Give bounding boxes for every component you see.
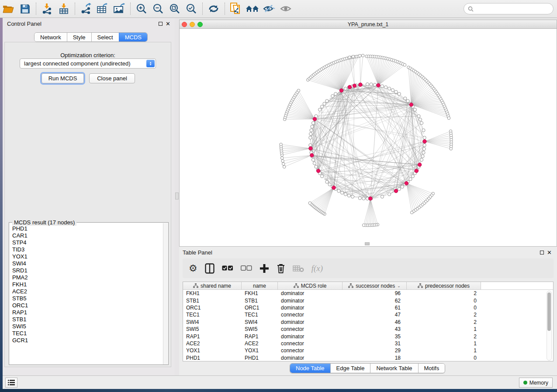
zoom-in-icon[interactable] bbox=[134, 2, 149, 15]
criterion-dropdown[interactable]: largest connected component (undirected)… bbox=[20, 58, 156, 69]
column-header-name[interactable]: name bbox=[242, 282, 278, 289]
splitter-grip[interactable] bbox=[175, 193, 179, 199]
network-graph[interactable] bbox=[180, 29, 557, 246]
mcds-result-item[interactable]: STP4 bbox=[12, 239, 163, 246]
network-canvas[interactable] bbox=[180, 29, 557, 246]
select-all-icon[interactable] bbox=[222, 263, 233, 274]
mcds-result-item[interactable]: PHD1 bbox=[12, 225, 163, 232]
table-scrollbar-thumb[interactable] bbox=[547, 292, 551, 331]
table-row[interactable]: FKH1FKH1dominator962 bbox=[183, 290, 553, 297]
mcds-result-item[interactable]: STB1 bbox=[12, 316, 163, 323]
mcds-result-item[interactable]: YOX1 bbox=[12, 253, 163, 260]
open-file-icon[interactable] bbox=[1, 2, 16, 15]
mcds-result-item[interactable]: SWI5 bbox=[12, 323, 163, 330]
delete-column-icon[interactable] bbox=[277, 263, 285, 274]
tab-network[interactable]: Network bbox=[35, 33, 67, 41]
table-row[interactable]: TEC1TEC1connector472 bbox=[183, 311, 553, 318]
cell-shared-name: RAP1 bbox=[183, 334, 242, 340]
zoom-fit-icon[interactable] bbox=[167, 2, 182, 15]
cell-MCDS-role: dominator bbox=[278, 305, 343, 311]
tab-mcds[interactable]: MCDS bbox=[119, 33, 147, 41]
search-input[interactable] bbox=[476, 6, 553, 12]
table-row[interactable]: SWI5SWI5connector431 bbox=[183, 326, 553, 333]
refresh-icon[interactable] bbox=[206, 2, 221, 15]
desktop-wallpaper-bottom bbox=[0, 389, 557, 392]
cell-successor-nodes: 46 bbox=[343, 319, 407, 325]
mcds-result-item[interactable]: STB5 bbox=[12, 295, 163, 302]
mcds-result-item[interactable]: RAP1 bbox=[12, 309, 163, 316]
clone-network-icon[interactable] bbox=[228, 2, 243, 15]
toolbar-separator bbox=[225, 3, 225, 15]
tab-select[interactable]: Select bbox=[91, 33, 119, 41]
table-row[interactable]: ACE2ACE2connector311 bbox=[183, 340, 553, 347]
deselect-all-icon[interactable] bbox=[241, 263, 252, 274]
mcds-result-item[interactable]: ORC1 bbox=[12, 302, 163, 309]
main-toolbar bbox=[0, 0, 557, 18]
minimize-traffic-light[interactable] bbox=[190, 22, 195, 27]
table-row[interactable]: RAP1RAP1dominator352 bbox=[183, 333, 553, 340]
close-table-panel-icon[interactable]: ✕ bbox=[547, 251, 552, 254]
toolbar-separator bbox=[130, 3, 131, 15]
mcds-list-scrollbar[interactable] bbox=[163, 223, 168, 364]
mcds-result-item[interactable]: CAR1 bbox=[12, 232, 163, 239]
network-window-titlebar[interactable]: YPA_prune.txt_1 bbox=[180, 20, 557, 29]
tab-motifs[interactable]: Motifs bbox=[418, 364, 445, 373]
tab-edge-table[interactable]: Edge Table bbox=[330, 364, 370, 373]
mcds-result-item[interactable]: TEC1 bbox=[12, 330, 163, 337]
mcds-result-item[interactable]: TID3 bbox=[12, 246, 163, 253]
mcds-result-item[interactable]: ACE2 bbox=[12, 288, 163, 295]
column-header-MCDS-role[interactable]: MCDS role bbox=[278, 282, 343, 289]
show-all-icon[interactable] bbox=[278, 2, 293, 15]
table-row[interactable]: YOX1YOX1connector291 bbox=[183, 347, 553, 354]
optimization-criterion-label: Optimization criterion: bbox=[5, 52, 171, 58]
close-traffic-light[interactable] bbox=[182, 22, 187, 27]
run-mcds-button[interactable]: Run MCDS bbox=[42, 73, 84, 83]
search-field[interactable] bbox=[464, 3, 554, 14]
add-column-icon[interactable] bbox=[259, 263, 269, 274]
mcds-result-item[interactable]: SRD1 bbox=[12, 267, 163, 274]
zoom-selected-icon[interactable] bbox=[184, 2, 199, 15]
hide-selected-icon[interactable] bbox=[262, 2, 277, 15]
export-network-icon[interactable] bbox=[79, 2, 93, 15]
column-header-shared-name[interactable]: shared name bbox=[183, 282, 242, 289]
maximize-traffic-light[interactable] bbox=[197, 22, 203, 27]
export-image-icon[interactable] bbox=[112, 2, 127, 15]
save-session-icon[interactable] bbox=[17, 2, 32, 15]
zoom-out-icon[interactable] bbox=[151, 2, 166, 15]
import-network-icon[interactable] bbox=[40, 2, 55, 15]
cell-predecessor-nodes: 1 bbox=[407, 326, 481, 332]
table-row[interactable]: STB1STB1dominator620 bbox=[183, 297, 553, 304]
mcds-result-item[interactable]: GCR1 bbox=[12, 337, 163, 344]
tab-node-table[interactable]: Node Table bbox=[290, 364, 330, 373]
mcds-result-list[interactable]: PHD1CAR1STP4TID3YOX1SWI4SRD1PMA2FKH1ACE2… bbox=[10, 225, 163, 364]
table-row[interactable]: SWI4SWI4dominator462 bbox=[183, 319, 553, 326]
log-console-button[interactable] bbox=[5, 378, 17, 388]
tab-network-table[interactable]: Network Table bbox=[370, 364, 418, 373]
first-neighbors-icon[interactable] bbox=[245, 2, 260, 15]
function-builder-icon: f(x) bbox=[311, 263, 323, 274]
float-panel-icon[interactable] bbox=[159, 22, 163, 26]
float-table-panel-icon[interactable] bbox=[540, 251, 544, 254]
mcds-result-item[interactable]: PMA2 bbox=[12, 274, 163, 281]
close-panel-button[interactable]: Close panel bbox=[89, 73, 135, 83]
split-view-icon[interactable] bbox=[205, 263, 214, 274]
table-row[interactable]: PHD1PHD1dominator180 bbox=[183, 354, 553, 361]
settings-gear-icon[interactable]: ⚙ bbox=[189, 263, 197, 274]
cell-shared-name: STB1 bbox=[183, 298, 242, 304]
export-table-icon[interactable] bbox=[95, 2, 110, 15]
canvas-splitter-handle[interactable] bbox=[365, 242, 370, 245]
cell-name: FKH1 bbox=[242, 290, 278, 296]
close-panel-icon[interactable]: ✕ bbox=[166, 22, 170, 26]
import-table-icon[interactable] bbox=[56, 2, 71, 15]
mcds-panel-body: Optimization criterion: largest connecte… bbox=[4, 42, 171, 367]
table-scrollbar[interactable] bbox=[547, 291, 552, 361]
tab-style[interactable]: Style bbox=[67, 33, 91, 41]
column-header-predecessor-nodes[interactable]: predecessor nodes bbox=[407, 282, 481, 289]
mcds-result-item[interactable]: FKH1 bbox=[12, 281, 163, 288]
table-row[interactable]: ORC1ORC1dominator610 bbox=[183, 304, 553, 311]
panel-splitter[interactable] bbox=[175, 18, 179, 375]
cell-predecessor-nodes: 1 bbox=[407, 347, 481, 354]
memory-button[interactable]: Memory bbox=[519, 378, 553, 388]
column-header-successor-nodes[interactable]: successor nodes⌄ bbox=[343, 282, 407, 289]
mcds-result-item[interactable]: SWI4 bbox=[12, 260, 163, 267]
